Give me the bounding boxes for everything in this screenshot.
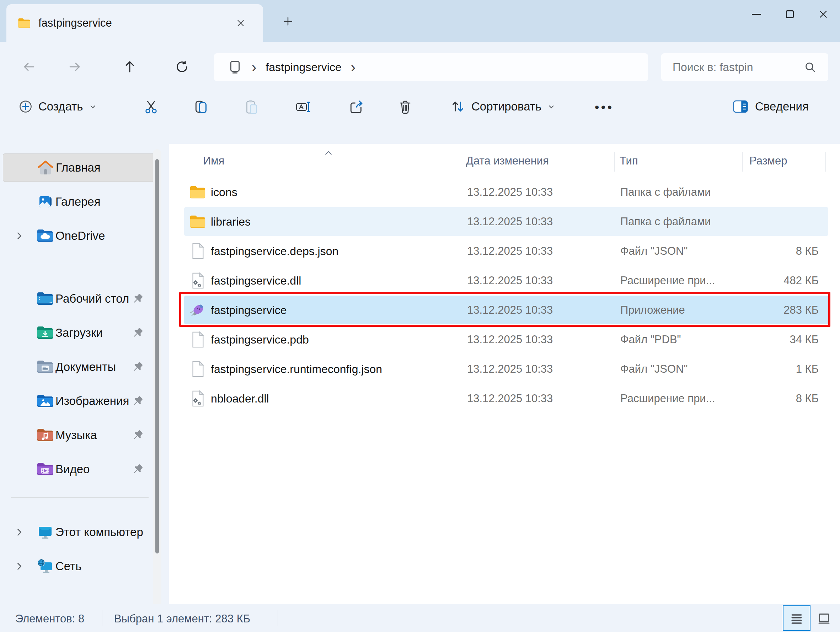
pin-icon — [131, 429, 144, 441]
table-row[interactable]: fastpingservice.deps.json13.12.2025 10:3… — [169, 236, 840, 266]
minimize-button[interactable] — [740, 0, 773, 28]
expander-spacer — [14, 163, 25, 173]
sidebar-item-documents[interactable]: Документы — [3, 353, 161, 381]
maximize-button[interactable] — [773, 0, 807, 28]
tab-close-icon[interactable] — [233, 16, 248, 30]
breadcrumb-chevron-icon[interactable]: › — [342, 55, 365, 80]
table-row[interactable]: fastpingservice.runtimeconfig.json13.12.… — [169, 354, 840, 384]
sidebar-item-desktop[interactable]: Рабочий стол — [3, 285, 161, 313]
table-row[interactable]: nbloader.dll13.12.2025 10:33Расширение п… — [169, 384, 840, 413]
new-button[interactable]: Создать — [13, 95, 103, 119]
sort-button-label: Сортировать — [471, 100, 542, 113]
refresh-button[interactable] — [172, 57, 192, 77]
app-icon — [189, 302, 206, 318]
close-button[interactable] — [807, 0, 840, 28]
sort-arrows-icon — [450, 99, 466, 114]
column-header-type[interactable]: Тип — [620, 154, 638, 167]
file-type: Файл "PDB" — [620, 333, 681, 346]
sidebar-item-pictures[interactable]: Изображения — [3, 387, 161, 415]
video-icon — [36, 461, 54, 478]
pin-icon — [131, 293, 144, 305]
details-view-button[interactable] — [783, 605, 810, 631]
table-row[interactable]: libraries13.12.2025 10:33Папка с файлами — [169, 207, 840, 236]
column-header-row: Имя Дата изменения Тип Размер — [169, 144, 840, 177]
table-row[interactable]: fastpingservice.pdb13.12.2025 10:33Файл … — [169, 325, 840, 354]
breadcrumb[interactable]: fastpingservice — [265, 61, 341, 74]
desktop-icon — [36, 290, 54, 307]
file-icon — [189, 243, 206, 259]
sidebar-item-network[interactable]: Сеть — [3, 552, 161, 580]
table-row[interactable]: icons13.12.2025 10:33Папка с файлами — [169, 177, 840, 207]
column-divider[interactable] — [742, 152, 743, 172]
column-header-date[interactable]: Дата изменения — [466, 154, 549, 167]
search-input[interactable]: Поиск в: fastpin — [661, 53, 828, 81]
file-date: 13.12.2025 10:33 — [467, 304, 553, 317]
sidebar-item-downloads[interactable]: Загрузки — [3, 319, 161, 347]
navigation-sidebar: ГлавнаяГалереяOneDriveРабочий столЗагруз… — [0, 143, 164, 586]
sidebar-item-label: Сеть — [55, 560, 81, 573]
file-type: Расширение при... — [620, 392, 715, 405]
file-type: Расширение при... — [620, 274, 715, 287]
sidebar-item-this-pc[interactable]: Этот компьютер — [3, 518, 161, 546]
chevron-right-icon[interactable] — [14, 231, 24, 241]
selection-info-label: Выбран 1 элемент: 283 КБ — [114, 613, 250, 625]
sidebar-item-music[interactable]: Музыка — [3, 421, 161, 449]
share-button[interactable] — [344, 95, 368, 119]
search-placeholder: Поиск в: fastpin — [673, 61, 804, 74]
sidebar-item-home[interactable]: Главная — [3, 153, 161, 182]
sidebar-item-gallery[interactable]: Галерея — [3, 188, 161, 216]
column-divider[interactable] — [614, 152, 615, 172]
copy-button[interactable] — [189, 95, 213, 119]
more-options-button[interactable]: ••• — [591, 95, 618, 119]
sidebar-item-onedrive[interactable]: OneDrive — [3, 222, 161, 250]
explorer-tab[interactable]: fastpingservice — [6, 4, 263, 42]
sidebar-scrollbar-thumb[interactable] — [155, 159, 159, 553]
column-divider[interactable] — [461, 152, 461, 172]
up-button[interactable] — [120, 57, 140, 77]
file-icon — [189, 361, 206, 377]
column-header-size[interactable]: Размер — [749, 154, 787, 167]
back-button[interactable] — [19, 57, 39, 77]
sidebar-item-label: Загрузки — [55, 326, 103, 340]
title-bar: fastpingservice — [0, 0, 840, 42]
this-pc-icon[interactable] — [227, 60, 242, 75]
breadcrumb-chevron-icon[interactable]: › — [242, 55, 265, 80]
new-button-label: Создать — [38, 100, 83, 113]
paste-button[interactable] — [240, 95, 264, 119]
delete-button[interactable] — [393, 95, 417, 119]
home-icon — [37, 159, 54, 176]
sidebar-item-label: Этот компьютер — [55, 525, 143, 539]
plus-circle-icon — [19, 99, 33, 113]
search-icon[interactable] — [804, 61, 816, 73]
file-name: fastpingservice.deps.json — [211, 244, 338, 258]
chevron-right-icon[interactable] — [14, 527, 24, 537]
file-date: 13.12.2025 10:33 — [467, 274, 553, 287]
cut-button[interactable] — [139, 95, 163, 119]
table-row[interactable]: fastpingservice.dll13.12.2025 10:33Расши… — [169, 266, 840, 295]
details-pane-button[interactable]: Сведения — [727, 95, 814, 119]
forward-button[interactable] — [65, 57, 85, 77]
rename-button[interactable] — [292, 95, 315, 119]
column-divider[interactable] — [826, 152, 826, 172]
pin-icon — [131, 361, 144, 373]
table-row[interactable]: fastpingservice13.12.2025 10:33Приложени… — [169, 295, 840, 325]
window-controls — [740, 0, 840, 28]
sort-button[interactable]: Сортировать — [445, 95, 561, 119]
chevron-right-icon[interactable] — [14, 561, 24, 571]
expander-spacer — [14, 328, 24, 338]
sidebar-item-video[interactable]: Видео — [3, 455, 161, 484]
new-tab-button[interactable] — [281, 14, 295, 28]
file-name: fastpingservice.runtimeconfig.json — [211, 362, 382, 375]
chevron-down-icon — [88, 102, 97, 111]
address-bar[interactable]: › fastpingservice › — [214, 53, 648, 81]
large-icons-view-button[interactable] — [815, 610, 832, 627]
file-size: 8 КБ — [702, 245, 819, 258]
file-name: fastpingservice — [211, 303, 286, 317]
sidebar-item-label: Музыка — [55, 429, 97, 442]
sidebar-item-label: Видео — [55, 463, 90, 476]
file-type: Папка с файлами — [620, 186, 711, 199]
status-divider — [102, 610, 103, 626]
file-size: 283 КБ — [702, 304, 819, 317]
column-header-name[interactable]: Имя — [203, 154, 224, 167]
file-date: 13.12.2025 10:33 — [467, 333, 553, 346]
